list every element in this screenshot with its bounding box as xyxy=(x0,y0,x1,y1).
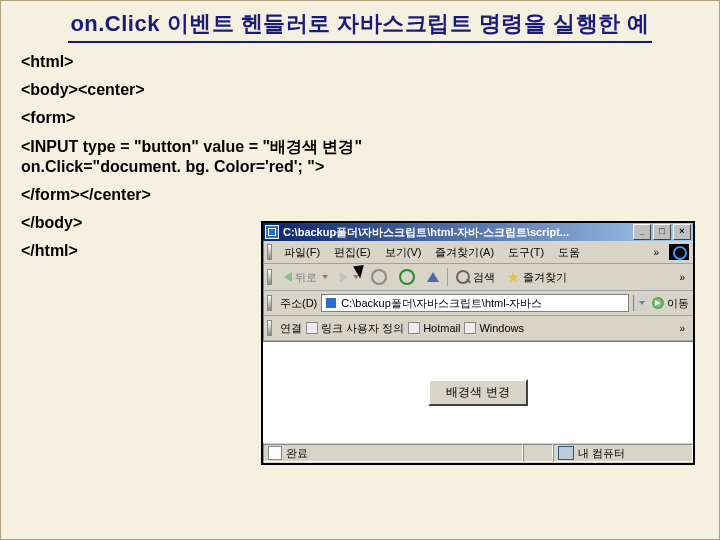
code-line: </form></center> xyxy=(21,186,699,204)
separator xyxy=(447,268,448,286)
chevron-down-icon xyxy=(639,301,645,305)
go-label: 이동 xyxy=(667,296,689,311)
grip-icon xyxy=(267,295,272,311)
change-bgcolor-button[interactable]: 배경색 변경 xyxy=(428,379,527,406)
page-title: on.Click 이벤트 헨들러로 자바스크립트 명령을 실행한 예 xyxy=(68,9,651,43)
maximize-button[interactable]: □ xyxy=(653,224,671,240)
forward-button[interactable] xyxy=(336,270,363,284)
status-zone: 내 컴퓨터 xyxy=(553,444,693,462)
home-button[interactable] xyxy=(423,270,443,284)
links-overflow-button[interactable]: » xyxy=(675,323,689,334)
search-button[interactable]: 검색 xyxy=(452,268,499,287)
grip-icon xyxy=(267,244,272,260)
page-icon xyxy=(325,297,337,309)
dropdown-icon xyxy=(353,275,359,279)
status-pane xyxy=(523,444,553,462)
go-icon xyxy=(652,297,664,309)
menu-favorites[interactable]: 즐겨찾기(A) xyxy=(429,245,500,260)
menu-overflow-button[interactable]: » xyxy=(649,247,663,258)
search-label: 검색 xyxy=(473,270,495,285)
link-icon xyxy=(408,322,420,334)
back-label: 뒤로 xyxy=(295,270,317,285)
stop-button[interactable] xyxy=(367,267,391,287)
address-bar: 주소(D) C:\backup폴더\자바스크립트\html-자바스 이동 xyxy=(263,291,693,316)
link-windows[interactable]: Windows xyxy=(464,322,524,334)
status-text: 완료 xyxy=(286,446,308,461)
page-content: 배경색 변경 xyxy=(263,341,693,442)
ie-throbber-icon xyxy=(669,244,689,260)
menu-view[interactable]: 보기(V) xyxy=(379,245,428,260)
link-text: Hotmail xyxy=(423,322,460,334)
browser-window: C:\backup폴더\자바스크립트\html-자바-스크립트\script..… xyxy=(261,221,695,465)
link-text: 링크 사용자 정의 xyxy=(321,321,404,336)
back-arrow-icon xyxy=(284,272,292,282)
refresh-icon xyxy=(399,269,415,285)
code-line: <form> xyxy=(21,109,699,127)
menu-edit[interactable]: 편집(E) xyxy=(328,245,377,260)
document-icon xyxy=(268,446,282,460)
code-text: on.Click="document. bg. Color='red'; "> xyxy=(21,158,324,175)
favorites-label: 즐겨찾기 xyxy=(523,270,567,285)
grip-icon xyxy=(267,320,272,336)
grip-icon xyxy=(267,269,272,285)
stop-icon xyxy=(371,269,387,285)
link-text: Windows xyxy=(479,322,524,334)
window-title: C:\backup폴더\자바스크립트\html-자바-스크립트\script..… xyxy=(283,225,631,240)
links-bar: 연결 링크 사용자 정의 Hotmail Windows » xyxy=(263,316,693,341)
refresh-button[interactable] xyxy=(395,267,419,287)
dropdown-icon xyxy=(322,275,328,279)
computer-icon xyxy=(558,446,574,460)
favorites-button[interactable]: ★ 즐겨찾기 xyxy=(503,268,571,287)
address-input[interactable]: C:\backup폴더\자바스크립트\html-자바스 xyxy=(321,294,629,312)
menu-help[interactable]: 도움 xyxy=(552,245,586,260)
link-hotmail[interactable]: Hotmail xyxy=(408,322,460,334)
home-icon xyxy=(427,272,439,282)
address-label: 주소(D) xyxy=(280,296,317,311)
ie-icon xyxy=(265,225,279,239)
go-button[interactable]: 이동 xyxy=(652,296,689,311)
toolbar-overflow-button[interactable]: » xyxy=(675,272,689,283)
star-icon: ★ xyxy=(507,270,520,284)
slide: on.Click 이벤트 헨들러로 자바스크립트 명령을 실행한 예 <html… xyxy=(0,0,720,540)
link-icon xyxy=(464,322,476,334)
zone-text: 내 컴퓨터 xyxy=(578,446,625,461)
minimize-button[interactable]: _ xyxy=(633,224,651,240)
code-line: <body><center> xyxy=(21,81,699,99)
search-icon xyxy=(456,270,470,284)
menu-file[interactable]: 파일(F) xyxy=(278,245,326,260)
status-left: 완료 xyxy=(263,444,523,462)
code-line: <INPUT type = "button" value = "배경색 변경" … xyxy=(21,137,699,176)
forward-arrow-icon xyxy=(340,272,348,282)
menubar: 파일(F) 편집(E) 보기(V) 즐겨찾기(A) 도구(T) 도움 » xyxy=(263,241,693,264)
menu-tools[interactable]: 도구(T) xyxy=(502,245,550,260)
link-icon xyxy=(306,322,318,334)
close-button[interactable]: × xyxy=(673,224,691,240)
address-text: C:\backup폴더\자바스크립트\html-자바스 xyxy=(341,296,542,311)
code-text: <INPUT type = "button" value = "배경색 변경" xyxy=(21,138,362,155)
link-custom[interactable]: 링크 사용자 정의 xyxy=(306,321,404,336)
title-wrap: on.Click 이벤트 헨들러로 자바스크립트 명령을 실행한 예 xyxy=(1,1,719,43)
titlebar: C:\backup폴더\자바스크립트\html-자바-스크립트\script..… xyxy=(263,223,693,241)
back-button[interactable]: 뒤로 xyxy=(280,268,332,287)
code-line: <html> xyxy=(21,53,699,71)
address-dropdown-button[interactable] xyxy=(633,295,648,311)
toolbar: 뒤로 검색 ★ 즐겨찾기 » xyxy=(263,264,693,291)
links-label: 연결 xyxy=(280,321,302,336)
statusbar: 완료 내 컴퓨터 xyxy=(263,442,693,463)
